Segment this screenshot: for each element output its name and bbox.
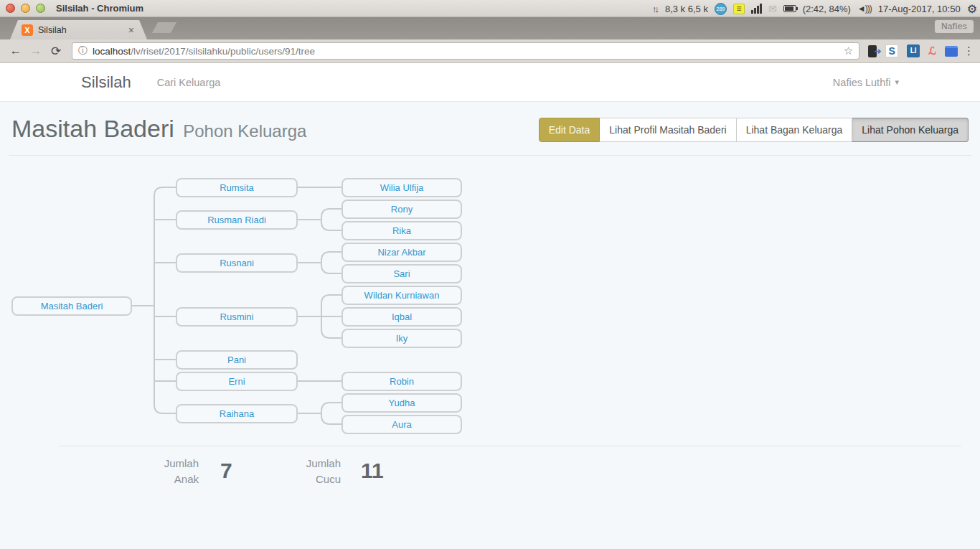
page-subtitle: Pohon Keluarga bbox=[183, 121, 306, 141]
nav-link-cari-keluarga[interactable]: Cari Keluarga bbox=[157, 77, 221, 88]
battery-icon[interactable] bbox=[783, 5, 796, 12]
tree-node-child[interactable]: Pani bbox=[176, 350, 298, 370]
window-minimize-button[interactable] bbox=[21, 4, 30, 13]
tree-node-grandchild[interactable]: Sari bbox=[341, 264, 462, 283]
forward-icon[interactable]: → bbox=[26, 44, 46, 58]
tree-node-grandchild[interactable]: Rika bbox=[341, 221, 462, 240]
tab-close-icon[interactable]: × bbox=[128, 24, 134, 36]
browser-toolbar: ← → ⟳ ⓘ localhost/lv/riset/2017/silsilah… bbox=[0, 39, 980, 63]
mail-icon[interactable]: ✉ bbox=[768, 3, 777, 14]
network-arrows-icon: ↑↓ bbox=[652, 4, 657, 14]
notes-indicator-icon[interactable]: ≡ bbox=[733, 4, 745, 14]
keyboard-indicator: Nafies bbox=[934, 19, 974, 34]
stat-label-line: Jumlah bbox=[306, 457, 341, 469]
tree-node-child[interactable]: Erni bbox=[176, 372, 298, 391]
tree-node-child[interactable]: Rumsita bbox=[176, 178, 298, 197]
tab-title: Silsilah bbox=[38, 25, 128, 35]
indicator-badge-icon[interactable]: 289 bbox=[715, 3, 727, 15]
app-navbar: Silsilah Cari Keluarga Nafies Luthfi ▾ bbox=[0, 63, 980, 102]
url-path: /lv/riset/2017/silsilahku/public/users/9… bbox=[131, 46, 315, 57]
lihat-bagan-button[interactable]: Lihat Bagan Keluarga bbox=[737, 118, 853, 142]
tree-node-child[interactable]: Rusman Riadi bbox=[176, 210, 298, 230]
stats-divider bbox=[59, 446, 961, 446]
system-tray: ↑↓ 8,3 k 6,5 k 289 ≡ ✉ (2:42, 84%) ◄))) … bbox=[652, 0, 977, 17]
desktop-titlebar: Silsilah - Chromium ↑↓ 8,3 k 6,5 k 289 ≡… bbox=[0, 0, 980, 17]
window-title: Silsilah - Chromium bbox=[56, 3, 143, 14]
back-icon[interactable]: ← bbox=[6, 44, 26, 58]
stats-row: Jumlah Anak 7 Jumlah Cucu 11 bbox=[0, 450, 980, 500]
li-extension-icon[interactable]: LI bbox=[907, 44, 920, 57]
battery-status: (2:42, 84%) bbox=[803, 4, 851, 14]
url-host: localhost bbox=[93, 46, 131, 57]
window-controls bbox=[6, 4, 45, 13]
family-tree: Masitah Baderi Rumsita Rusman Riadi Rusn… bbox=[0, 173, 980, 446]
tree-node-grandchild[interactable]: Rony bbox=[341, 200, 462, 219]
tree-node-grandchild[interactable]: Aura bbox=[341, 415, 462, 434]
stat-label-line: Anak bbox=[174, 473, 199, 485]
window-maximize-button[interactable] bbox=[36, 4, 45, 13]
page-content: Silsilah Cari Keluarga Nafies Luthfi ▾ M… bbox=[0, 63, 980, 549]
tree-node-grandchild[interactable]: Wildan Kurniawan bbox=[341, 286, 462, 305]
browser-menu-icon[interactable]: ⋮ bbox=[963, 44, 974, 57]
reload-icon[interactable]: ⟳ bbox=[46, 44, 66, 59]
blue-extension-icon[interactable] bbox=[945, 46, 958, 57]
lihat-pohon-button[interactable]: Lihat Pohon Keluarga bbox=[852, 118, 969, 142]
action-button-group: Edit Data Lihat Profil Masitah Baderi Li… bbox=[539, 118, 969, 142]
s-extension-icon[interactable]: S bbox=[885, 44, 898, 57]
tree-node-grandchild[interactable]: Iqbal bbox=[341, 307, 462, 327]
volume-icon[interactable]: ◄))) bbox=[857, 4, 872, 14]
user-menu[interactable]: Nafies Luthfi ▾ bbox=[833, 63, 899, 101]
tree-node-grandchild[interactable]: Yudha bbox=[341, 393, 462, 413]
laravel-extension-icon[interactable]: ℒ bbox=[928, 44, 936, 57]
tree-node-child[interactable]: Rusnani bbox=[176, 253, 298, 273]
tab-bar: X Silsilah × Nafies bbox=[0, 17, 980, 39]
heading-divider bbox=[9, 155, 971, 156]
stat-label-cucu: Jumlah Cucu bbox=[223, 456, 341, 487]
mobile-view-extension-icon[interactable] bbox=[868, 45, 877, 57]
page-title: Masitah Baderi bbox=[11, 115, 174, 142]
site-info-icon[interactable]: ⓘ bbox=[78, 44, 88, 57]
network-speed: 8,3 k 6,5 k bbox=[665, 4, 708, 14]
stat-label-anak: Jumlah Anak bbox=[81, 456, 199, 487]
tree-node-child[interactable]: Rusmini bbox=[176, 307, 298, 327]
stat-label-line: Jumlah bbox=[164, 457, 199, 469]
url-text[interactable]: localhost/lv/riset/2017/silsilahku/publi… bbox=[93, 46, 844, 57]
tree-node-grandchild[interactable]: Nizar Akbar bbox=[341, 243, 462, 262]
extension-icons: S LI ℒ bbox=[868, 44, 958, 57]
app-brand[interactable]: Silsilah bbox=[81, 73, 131, 92]
browser-tab[interactable]: X Silsilah × bbox=[10, 20, 147, 39]
new-tab-button[interactable] bbox=[152, 22, 176, 33]
edit-data-button[interactable]: Edit Data bbox=[539, 118, 600, 142]
gear-icon[interactable]: ⚙ bbox=[967, 2, 977, 16]
stat-label-line: Cucu bbox=[316, 473, 341, 485]
tree-node-grandchild[interactable]: Robin bbox=[341, 372, 462, 391]
user-menu-label: Nafies Luthfi bbox=[833, 77, 891, 88]
address-bar[interactable]: ⓘ localhost/lv/riset/2017/silsilahku/pub… bbox=[72, 42, 859, 60]
tree-node-grandchild[interactable]: Iky bbox=[341, 329, 462, 348]
bookmark-star-icon[interactable]: ☆ bbox=[844, 44, 853, 57]
stat-value-cucu: 11 bbox=[361, 459, 384, 483]
xampp-favicon-icon: X bbox=[22, 24, 33, 36]
signal-strength-icon[interactable] bbox=[751, 4, 762, 14]
window-close-button[interactable] bbox=[6, 4, 15, 13]
tree-node-root[interactable]: Masitah Baderi bbox=[11, 296, 132, 316]
clock[interactable]: 17-Aug-2017, 10:50 bbox=[878, 4, 961, 14]
lihat-profil-button[interactable]: Lihat Profil Masitah Baderi bbox=[600, 118, 736, 142]
tree-node-grandchild[interactable]: Wilia Ulfija bbox=[341, 178, 462, 197]
chevron-down-icon: ▾ bbox=[895, 78, 899, 87]
tree-node-child[interactable]: Raihana bbox=[176, 404, 298, 423]
